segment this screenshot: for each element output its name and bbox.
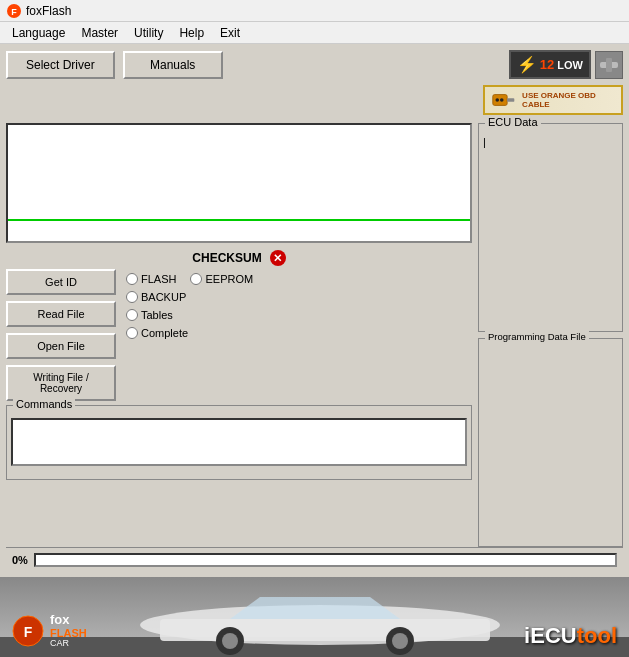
content-area: CHECKSUM ✕ Get ID Read File Open File Wr… xyxy=(6,123,623,547)
battery-status: LOW xyxy=(557,59,583,71)
complete-radio-item[interactable]: Complete xyxy=(126,327,188,339)
battery-voltage: 12 xyxy=(540,57,554,72)
fox-brand: F fox FLASH CAR xyxy=(12,613,87,649)
iecu-brand: iECUtool xyxy=(524,623,617,649)
read-file-button[interactable]: Read File xyxy=(6,301,116,327)
progress-percent: 0% xyxy=(12,554,28,566)
tool-label: tool xyxy=(577,623,617,648)
fox-label: fox xyxy=(50,613,87,627)
commands-area: Commands xyxy=(6,405,472,480)
car-label: CAR xyxy=(50,639,87,649)
eeprom-radio-item[interactable]: EEPROM xyxy=(190,273,253,285)
radio-row-2: BACKUP xyxy=(126,291,253,303)
get-id-button[interactable]: Get ID xyxy=(6,269,116,295)
title-bar: F foxFlash xyxy=(0,0,629,22)
ecu-data-content: | xyxy=(483,136,618,148)
eeprom-label: EEPROM xyxy=(205,273,253,285)
fox-icon: F xyxy=(6,3,22,19)
app-area: Select Driver Manuals ⚡ 12 LOW xyxy=(0,44,629,577)
menu-bar: Language Master Utility Help Exit xyxy=(0,22,629,44)
complete-label: Complete xyxy=(141,327,188,339)
flash-radio[interactable] xyxy=(126,273,138,285)
checksum-error-icon: ✕ xyxy=(270,250,286,266)
radio-row-3: Tables xyxy=(126,309,253,321)
flash-radio-item[interactable]: FLASH xyxy=(126,273,176,285)
fox-logo-icon: F xyxy=(12,615,44,647)
radio-area: FLASH EEPROM BACKUP xyxy=(126,269,253,401)
menu-master[interactable]: Master xyxy=(73,24,126,42)
writing-file-button[interactable]: Writing File / Recovery xyxy=(6,365,116,401)
obd-banner: USE ORANGE OBD CABLE xyxy=(483,85,623,115)
checksum-row: CHECKSUM ✕ xyxy=(6,247,472,269)
green-line xyxy=(8,219,470,221)
status-area: ⚡ 12 LOW xyxy=(509,50,623,79)
battery-box: ⚡ 12 LOW xyxy=(509,50,591,79)
svg-text:F: F xyxy=(24,624,33,640)
fox-brand-text: fox FLASH CAR xyxy=(50,613,87,649)
cable-icon xyxy=(598,54,620,76)
left-panel: CHECKSUM ✕ Get ID Read File Open File Wr… xyxy=(6,123,472,547)
iecu-text: iECUtool xyxy=(524,623,617,649)
radio-row-4: Complete xyxy=(126,327,253,339)
svg-rect-3 xyxy=(606,58,612,72)
buttons-area: Get ID Read File Open File Writing File … xyxy=(6,269,472,401)
progress-bar-area: 0% xyxy=(6,547,623,571)
select-driver-button[interactable]: Select Driver xyxy=(6,51,115,79)
svg-point-16 xyxy=(392,633,408,649)
menu-help[interactable]: Help xyxy=(171,24,212,42)
menu-utility[interactable]: Utility xyxy=(126,24,171,42)
radio-row-1: FLASH EEPROM xyxy=(126,273,253,285)
left-buttons: Get ID Read File Open File Writing File … xyxy=(6,269,116,401)
commands-content xyxy=(11,418,467,466)
tables-label: Tables xyxy=(141,309,173,321)
backup-radio[interactable] xyxy=(126,291,138,303)
complete-radio[interactable] xyxy=(126,327,138,339)
waveform-display xyxy=(6,123,472,243)
backup-radio-item[interactable]: BACKUP xyxy=(126,291,186,303)
commands-title: Commands xyxy=(13,398,75,410)
cable-icon-box xyxy=(595,51,623,79)
ecu-data-title: ECU Data xyxy=(485,116,541,128)
svg-rect-11 xyxy=(160,619,490,641)
svg-rect-5 xyxy=(507,98,514,102)
backup-label: BACKUP xyxy=(141,291,186,303)
footer: F fox FLASH CAR iECUtool xyxy=(0,577,629,657)
menu-exit[interactable]: Exit xyxy=(212,24,248,42)
iecu-label: iECU xyxy=(524,623,577,648)
obd-banner-text: USE ORANGE OBD CABLE xyxy=(522,91,615,109)
svg-point-6 xyxy=(495,98,499,102)
open-file-button[interactable]: Open File xyxy=(6,333,116,359)
right-panel: ECU Data | Programming Data File xyxy=(478,123,623,547)
tables-radio[interactable] xyxy=(126,309,138,321)
ecu-data-box: ECU Data | xyxy=(478,123,623,332)
svg-point-14 xyxy=(222,633,238,649)
toolbar: Select Driver Manuals ⚡ 12 LOW xyxy=(6,50,623,79)
eeprom-radio[interactable] xyxy=(190,273,202,285)
obd-connector-icon xyxy=(491,90,516,110)
svg-text:F: F xyxy=(11,7,17,17)
app-title: foxFlash xyxy=(26,4,71,18)
tables-radio-item[interactable]: Tables xyxy=(126,309,173,321)
progress-bar-outer xyxy=(34,553,617,567)
prog-data-box: Programming Data File xyxy=(478,338,623,547)
battery-bolt-icon: ⚡ xyxy=(517,55,537,74)
menu-language[interactable]: Language xyxy=(4,24,73,42)
checksum-label: CHECKSUM xyxy=(192,251,261,265)
svg-point-7 xyxy=(500,98,504,102)
flash-label: FLASH xyxy=(141,273,176,285)
prog-data-title: Programming Data File xyxy=(485,331,589,342)
manuals-button[interactable]: Manuals xyxy=(123,51,223,79)
